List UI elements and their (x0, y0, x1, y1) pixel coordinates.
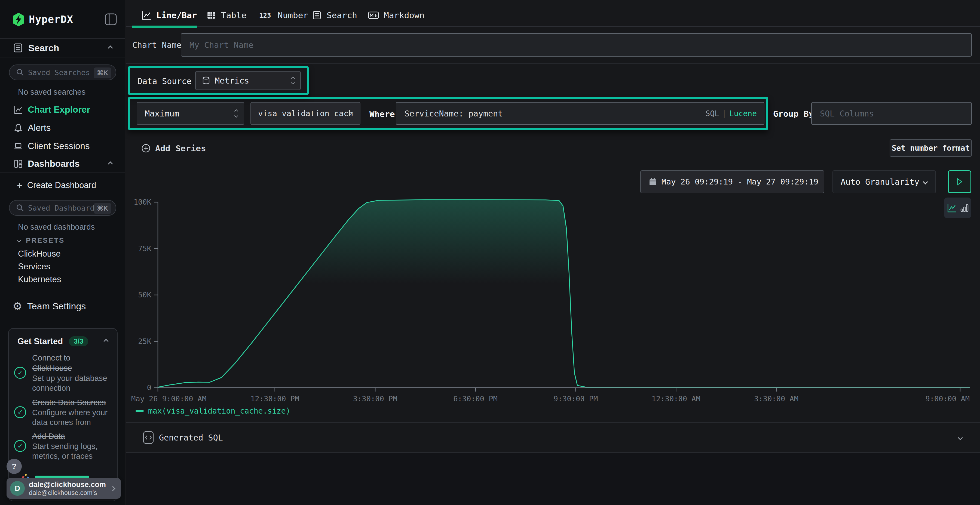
sidebar-section-dashboards[interactable]: Dashboards (0, 155, 125, 173)
preset-clickhouse[interactable]: ClickHouse (18, 249, 61, 259)
chevron-right-icon (110, 486, 115, 491)
sql-toggle[interactable]: SQL (705, 109, 719, 118)
help-button[interactable]: ? (6, 459, 22, 474)
x-tick-label: 3:30:00 PM (353, 395, 398, 403)
tab-search[interactable]: Search (312, 8, 357, 23)
sidebar-item-chart-explorer[interactable]: Chart Explorer (0, 101, 125, 119)
saved-dashboards-input[interactable]: Saved Dashboards ⌘K (9, 200, 116, 216)
where-input[interactable]: ServiceName: payment SQL|Lucene (396, 102, 764, 125)
tab-line-bar[interactable]: Line/Bar (142, 8, 197, 23)
tab-label: Line/Bar (156, 10, 197, 20)
bell-icon (14, 123, 23, 132)
get-started-header[interactable]: Get Started 3/3 (18, 336, 110, 346)
chart-name-label: Chart Name (132, 40, 181, 50)
journal-icon (13, 43, 23, 53)
tab-number[interactable]: 123 Number (259, 8, 308, 23)
legend-label: max(visa_validation_cache.size) (148, 407, 290, 416)
set-number-format-button[interactable]: Set number format (889, 139, 972, 157)
tab-label: Markdown (384, 10, 425, 20)
get-started-item-desc: Set up your database connection (32, 373, 111, 393)
search-icon (16, 204, 24, 212)
no-saved-searches-text: No saved searches (18, 87, 86, 97)
timeseries-chart[interactable]: 025K50K75K100KMay 26 9:00:00 AM12:30:00 … (126, 191, 980, 405)
preset-services[interactable]: Services (18, 262, 50, 272)
user-subtitle: dale@clickhouse.com's (29, 489, 111, 497)
hyperdx-logo-icon (12, 13, 25, 27)
tab-markdown[interactable]: Markdown (368, 8, 425, 23)
get-started-item-desc: Start sending logs, metrics, or traces (32, 441, 111, 461)
set-number-format-label: Set number format (892, 144, 970, 152)
sidebar-item-client-sessions[interactable]: Client Sessions (0, 137, 125, 155)
chevron-up-icon (108, 45, 113, 50)
x-tick-label: 12:30:00 AM (652, 395, 700, 403)
tab-label: Table (221, 10, 247, 20)
user-menu[interactable]: D dale@clickhouse.com dale@clickhouse.co… (6, 478, 121, 499)
sidebar-item-alerts[interactable]: Alerts (0, 119, 125, 137)
date-range-value: May 26 09:29:19 - May 27 09:29:19 (662, 177, 818, 186)
get-started-item-title: Create Data Sources (32, 397, 111, 408)
check-circle-icon: ✓ (14, 367, 26, 379)
plus-circle-icon (141, 143, 151, 153)
saved-searches-placeholder: Saved Searches (28, 68, 90, 77)
run-query-button[interactable] (948, 170, 971, 193)
aggregation-select[interactable]: Maximum (137, 102, 244, 125)
get-started-title: Get Started (18, 337, 63, 346)
active-tab-underline (132, 25, 197, 28)
y-tick-label: 75K (138, 245, 152, 253)
tab-label: Number (278, 10, 308, 20)
legend-swatch (135, 410, 144, 412)
get-started-item[interactable]: ✓ Create Data Sources Configure where yo… (14, 397, 112, 427)
granularity-select[interactable]: Auto Granularity (832, 170, 936, 193)
markdown-icon (368, 11, 379, 20)
group-by-placeholder: SQL Columns (820, 109, 874, 118)
divider (126, 64, 980, 64)
granularity-value: Auto Granularity (841, 177, 919, 187)
presets-toggle[interactable]: PRESETS (18, 236, 65, 245)
aggregation-value: Maximum (145, 109, 179, 118)
chevron-down-icon (17, 238, 21, 243)
toggle-separator: | (719, 109, 729, 118)
get-started-progress-badge: 3/3 (69, 336, 88, 346)
brand-title: HyperDX (29, 14, 73, 25)
data-source-select[interactable]: Metrics (195, 71, 301, 90)
x-tick-label: 12:30:00 PM (250, 395, 299, 403)
generated-sql-toggle[interactable]: Generated SQL (126, 423, 980, 452)
date-range-picker[interactable]: May 26 09:29:19 - May 27 09:29:19 (640, 170, 824, 193)
y-tick-label: 100K (134, 198, 152, 206)
lucene-toggle[interactable]: Lucene (729, 109, 757, 118)
create-dashboard-label: Create Dashboard (27, 180, 96, 190)
x-tick-label: May 26 9:00:00 AM (131, 395, 206, 403)
chart-name-input[interactable]: My Chart Name (181, 33, 972, 57)
sidebar-collapse-icon[interactable] (105, 13, 117, 25)
chart-legend: max(visa_validation_cache.size) (135, 407, 290, 416)
highlight-box-data-source: Data Source Metrics (128, 66, 309, 95)
chevron-down-icon (923, 179, 928, 184)
create-dashboard-button[interactable]: + Create Dashboard (17, 180, 96, 190)
add-series-button[interactable]: Add Series (141, 140, 206, 156)
tab-label: Search (327, 10, 357, 20)
y-tick-label: 25K (138, 337, 152, 346)
number-123-icon: 123 (259, 11, 273, 19)
tab-table[interactable]: Table (206, 8, 247, 23)
y-tick-label: 0 (147, 383, 151, 392)
list-icon (312, 10, 322, 20)
group-by-label: Group By (773, 109, 814, 119)
remove-token-icon[interactable]: × (349, 108, 354, 119)
generated-sql-label: Generated SQL (159, 433, 223, 442)
x-tick-label: 6:30:00 PM (453, 395, 498, 403)
saved-searches-input[interactable]: Saved Searches ⌘K (9, 65, 116, 80)
team-settings-label: Team Settings (27, 301, 86, 311)
avatar: D (10, 481, 25, 496)
page-footer-area (126, 453, 980, 505)
sidebar-item-team-settings[interactable]: ⚙ Team Settings (0, 297, 125, 315)
group-by-input[interactable]: SQL Columns (811, 102, 972, 125)
chevron-up-icon (108, 161, 113, 166)
user-email: dale@clickhouse.com (29, 481, 111, 489)
sidebar-section-search[interactable]: Search (0, 39, 125, 57)
get-started-item[interactable]: ✓ Add Data Start sending logs, metrics, … (14, 431, 112, 461)
shortcut-badge: ⌘K (94, 203, 111, 214)
get-started-item[interactable]: ✓ Connect to ClickHouse Set up your data… (14, 353, 112, 393)
metric-token[interactable]: visa_validation_cach × (250, 102, 360, 125)
calendar-icon (648, 178, 657, 186)
preset-kubernetes[interactable]: Kubernetes (18, 275, 61, 284)
